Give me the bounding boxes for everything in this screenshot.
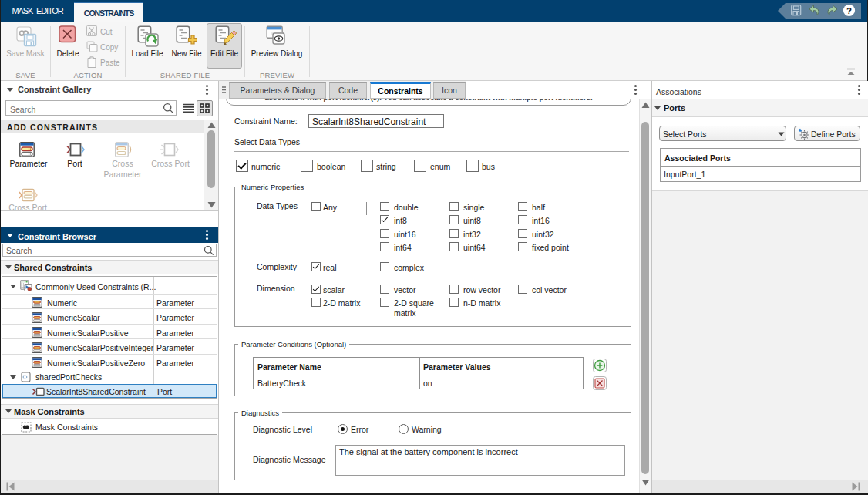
svg-text:?: ? xyxy=(846,6,852,15)
